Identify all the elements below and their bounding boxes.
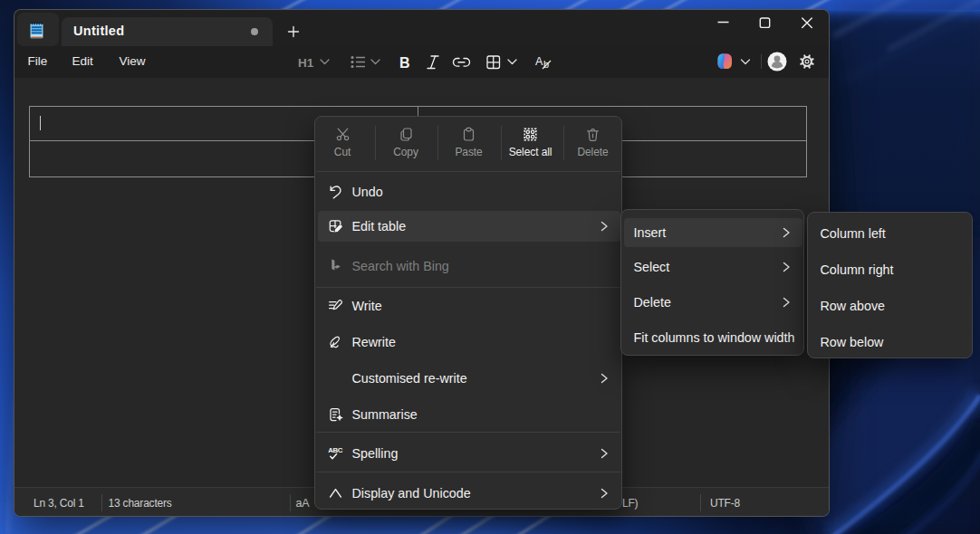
svg-text:A: A <box>535 55 543 68</box>
svg-text:b: b <box>543 59 549 70</box>
svg-text:ABC: ABC <box>328 446 343 454</box>
svg-text:B: B <box>399 55 410 71</box>
svg-text:H1: H1 <box>298 56 314 70</box>
